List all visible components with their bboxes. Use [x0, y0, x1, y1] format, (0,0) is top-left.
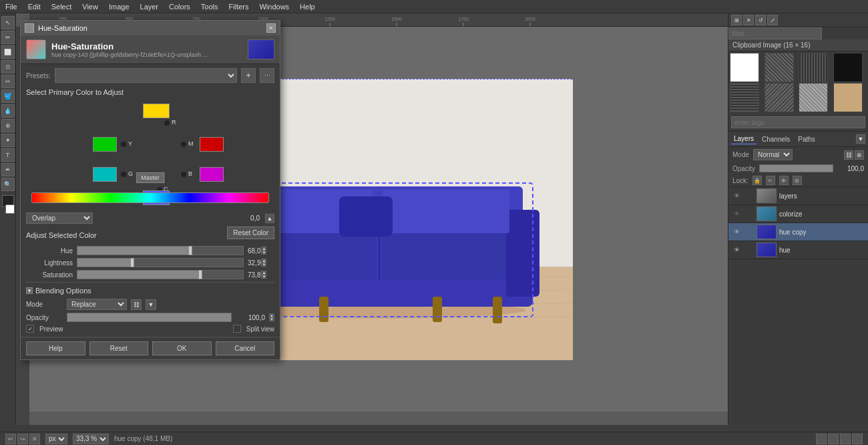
reset-color-button[interactable]: Reset Color — [227, 227, 274, 239]
clipboard-cell-4[interactable] — [833, 53, 863, 82]
menu-layer[interactable]: Layer — [135, 1, 164, 12]
preset-add-button[interactable]: + — [241, 68, 256, 83]
menu-tools[interactable]: Tools — [196, 1, 224, 12]
move-lock-icon[interactable]: ✥ — [779, 176, 789, 185]
reset-button[interactable]: Reset — [89, 341, 149, 355]
hue-thumb[interactable] — [188, 246, 192, 255]
nav-right-icon[interactable] — [828, 434, 839, 444]
help-button[interactable]: Help — [26, 341, 85, 355]
tab-channels[interactable]: Channels — [759, 134, 793, 144]
cancel-button[interactable]: Cancel — [216, 341, 275, 355]
swatch-green[interactable] — [93, 137, 117, 152]
redo-icon[interactable]: ↪ — [17, 434, 28, 444]
clipboard-cell-7[interactable] — [799, 83, 828, 112]
tool-select-rect[interactable]: ⬜ — [1, 45, 15, 59]
menu-select[interactable]: Select — [46, 1, 77, 12]
layer-eye-colorize[interactable]: 👁 — [731, 208, 742, 219]
layer-link-colorize[interactable] — [744, 209, 754, 218]
all-lock-icon[interactable]: ⊞ — [793, 176, 802, 185]
clipboard-cell-5[interactable] — [730, 83, 759, 112]
layer-item-hue-copy[interactable]: 👁 hue copy — [728, 223, 868, 241]
blend-arrow-icon[interactable]: ▼ — [146, 299, 156, 310]
saturation-thumb[interactable] — [198, 270, 202, 279]
clipboard-cell-3[interactable] — [799, 53, 828, 82]
layer-eye-layers[interactable]: 👁 — [731, 190, 742, 201]
layers-menu-icon[interactable]: ▼ — [856, 134, 865, 144]
ok-button[interactable]: OK — [152, 341, 212, 355]
lightness-track[interactable] — [77, 258, 244, 267]
rp-icon-1[interactable]: ⊞ — [731, 15, 742, 25]
mode-blend-select[interactable]: Replace — [67, 299, 127, 310]
paint-lock-icon[interactable]: ✏ — [766, 176, 775, 185]
filter-input[interactable] — [728, 27, 822, 39]
zoom-select[interactable]: 33,3 % — [73, 434, 109, 444]
tool-zoom[interactable]: 🔍 — [1, 178, 15, 191]
overlap-select[interactable]: Overlap — [26, 212, 93, 224]
tool-text[interactable]: T — [1, 148, 15, 162]
menu-file[interactable]: File — [0, 1, 23, 12]
swatch-magenta[interactable] — [200, 167, 224, 182]
layer-item-colorize[interactable]: 👁 colorize — [728, 205, 868, 223]
tool-clone[interactable]: ⊕ — [1, 119, 15, 132]
menu-colors[interactable]: Colors — [164, 1, 196, 12]
tool-select-free[interactable]: ⊙ — [1, 60, 15, 73]
saturation-spin-down[interactable]: ▼ — [261, 275, 266, 279]
dialog-titlebar[interactable]: Hue-Saturation ✕ — [21, 21, 280, 35]
rp-icon-3[interactable]: ↺ — [755, 15, 766, 25]
layer-link-layers[interactable] — [744, 191, 754, 200]
layer-item-hue[interactable]: 👁 hue — [728, 241, 868, 259]
layer-link-hue-copy[interactable] — [744, 227, 754, 237]
menu-help[interactable]: Help — [294, 1, 320, 12]
menu-filters[interactable]: Filters — [224, 1, 254, 12]
tool-crop[interactable]: ✂ — [1, 75, 15, 88]
saturation-track[interactable] — [77, 270, 244, 279]
preview-checkbox[interactable]: ✓ — [26, 325, 34, 333]
hue-spin-down[interactable]: ▼ — [261, 251, 266, 255]
clipboard-cell-8[interactable] — [833, 83, 863, 112]
swatch-yellow[interactable] — [143, 104, 170, 118]
blend-collapse-button[interactable]: ▼ — [26, 287, 33, 294]
layer-eye-hue[interactable]: 👁 — [731, 245, 742, 255]
split-view-checkbox[interactable] — [233, 325, 241, 333]
unit-select[interactable]: px — [45, 434, 67, 444]
menu-windows[interactable]: Windows — [254, 1, 294, 12]
swatch-red[interactable] — [200, 137, 224, 152]
rp-icon-2[interactable]: ✕ — [743, 15, 754, 25]
layer-link-hue[interactable] — [744, 245, 754, 255]
clipboard-cell-1[interactable] — [730, 53, 759, 82]
tool-heal[interactable]: ✦ — [1, 134, 15, 147]
rp-icon-4[interactable]: ⤢ — [767, 15, 778, 25]
dialog-close-button[interactable]: ✕ — [266, 23, 276, 33]
swatch-cyan[interactable] — [93, 167, 117, 182]
tool-eyedropper[interactable]: 💧 — [1, 104, 15, 118]
lock-icon[interactable]: 🔒 — [752, 176, 762, 185]
nav-down-icon[interactable] — [852, 434, 863, 444]
tool-arrow[interactable]: ↖ — [1, 16, 15, 29]
layer-item-layers[interactable]: 👁 layers — [728, 187, 868, 205]
mode-select[interactable]: Normal — [753, 149, 793, 160]
overlap-spin-up[interactable]: ▲ — [265, 214, 274, 223]
tool-fill[interactable]: 🪣 — [1, 90, 15, 103]
presets-select[interactable] — [55, 68, 237, 83]
lightness-thumb[interactable] — [130, 258, 134, 267]
chain-icon[interactable]: ⛓ — [844, 150, 853, 160]
hue-track[interactable] — [77, 246, 244, 255]
opacity-blend-track[interactable] — [67, 313, 232, 322]
lightness-spin-down[interactable]: ▼ — [261, 263, 266, 267]
opacity-track[interactable] — [759, 164, 833, 172]
undo-icon[interactable]: ↩ — [5, 434, 16, 444]
clipboard-cell-6[interactable] — [765, 83, 794, 112]
tool-path[interactable]: ✒ — [1, 163, 15, 176]
master-badge[interactable]: Master — [136, 172, 164, 183]
menu-edit[interactable]: Edit — [23, 1, 46, 12]
blend-chain-icon[interactable]: ⛓ — [131, 299, 142, 310]
auto-icon[interactable]: ⊕ — [855, 150, 864, 160]
delete-icon[interactable]: ✕ — [29, 434, 40, 444]
menu-view[interactable]: View — [77, 1, 103, 12]
tab-paths[interactable]: Paths — [795, 134, 818, 144]
layer-eye-hue-copy[interactable]: 👁 — [731, 227, 742, 237]
opacity-spin-down[interactable]: ▼ — [269, 317, 274, 321]
nav-up-icon[interactable] — [840, 434, 851, 444]
nav-left-icon[interactable] — [816, 434, 827, 444]
tool-paint[interactable]: ✏ — [1, 31, 15, 44]
